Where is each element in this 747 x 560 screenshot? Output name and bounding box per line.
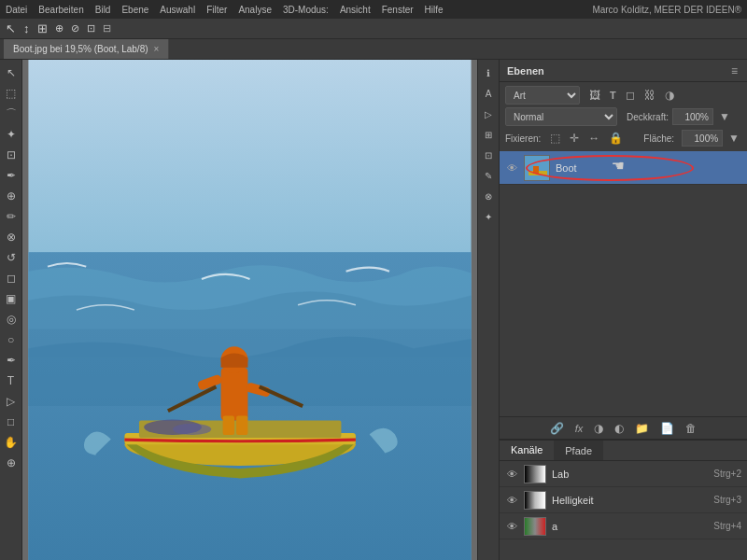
move-tool[interactable]: ↖ xyxy=(2,63,21,82)
channel-name-helligkeit: Helligkeit xyxy=(552,495,708,506)
blend-mode-dropdown[interactable]: Normal xyxy=(505,107,617,126)
layer-item-boot[interactable]: 👁 Boot ☛ xyxy=(500,151,747,185)
svg-point-6 xyxy=(173,424,211,435)
svg-rect-17 xyxy=(533,166,539,174)
channel-vis-helligkeit[interactable]: 👁 xyxy=(505,494,518,507)
tab-bar: Boot.jpg bei 19,5% (Boot, Lab/8) × xyxy=(0,39,747,60)
icon-image[interactable]: 🖼 xyxy=(587,87,602,104)
fix-icon-3[interactable]: ↔ xyxy=(586,130,601,147)
tab-close-button[interactable]: × xyxy=(154,44,160,54)
layer-list: 👁 Boot ☛ xyxy=(500,151,747,416)
toolbar-icon-4: ⊕ xyxy=(55,22,63,35)
layers-panel-title: Ebenen xyxy=(507,65,544,77)
left-toolbar: ↖ ⬚ ⌒ ✦ ⊡ ✒ ⊕ ✏ ⊗ ↺ ◻ ▣ ◎ ○ ✒ T ▷ □ ✋ ⊕ xyxy=(0,60,22,560)
text-tool[interactable]: T xyxy=(2,371,21,390)
footer-newlayer-icon[interactable]: 📄 xyxy=(660,422,674,435)
gradient-tool[interactable]: ▣ xyxy=(2,289,21,308)
art-dropdown[interactable]: Art xyxy=(505,86,580,105)
brush-tool[interactable]: ✏ xyxy=(2,207,21,226)
tab-pfade[interactable]: Pfade xyxy=(554,441,603,460)
toolbar-icon-1: ↖ xyxy=(6,21,16,35)
channel-item-helligkeit[interactable]: 👁 Helligkeit Strg+3 xyxy=(500,487,747,513)
menu-auswahl[interactable]: Auswahl xyxy=(160,5,195,15)
channel-item-a[interactable]: 👁 a Strg+4 xyxy=(500,513,747,539)
hand-tool[interactable]: ✋ xyxy=(2,433,21,452)
toolbar-icon-5: ⊘ xyxy=(71,22,79,35)
channel-vis-a[interactable]: 👁 xyxy=(505,520,518,533)
menu-analyse[interactable]: Analyse xyxy=(238,5,272,15)
menu-bearbeiten[interactable]: Bearbeiten xyxy=(38,5,83,15)
menu-3d[interactable]: 3D-Modus: xyxy=(283,5,329,15)
marquee-tool[interactable]: ⬚ xyxy=(2,84,21,103)
fix-icon-lock[interactable]: 🔒 xyxy=(607,130,625,147)
healing-tool[interactable]: ⊕ xyxy=(2,187,21,205)
lasso-tool[interactable]: ⌒ xyxy=(2,105,21,123)
mid-icon-7[interactable]: ⊗ xyxy=(479,187,498,205)
channel-thumb-a xyxy=(524,517,546,536)
menu-datei[interactable]: Datei xyxy=(6,5,27,15)
blur-tool[interactable]: ◎ xyxy=(2,310,21,329)
pen-tool[interactable]: ✒ xyxy=(2,351,21,370)
deckkraft-input[interactable] xyxy=(672,108,713,125)
channel-item-lab[interactable]: 👁 Lab Strg+2 xyxy=(500,461,747,487)
menu-ebene[interactable]: Ebene xyxy=(121,5,148,15)
channels-tabs: Kanäle Pfade xyxy=(500,441,747,461)
dodge-tool[interactable]: ○ xyxy=(2,330,21,349)
toolbar-icon-2: ↕ xyxy=(23,21,30,35)
art-dropdown-row: Art 🖼 T ◻ ⛓ ◑ xyxy=(505,86,741,105)
channel-vis-lab[interactable]: 👁 xyxy=(505,468,518,481)
history-tool[interactable]: ↺ xyxy=(2,248,21,267)
flaeche-input[interactable] xyxy=(682,130,723,147)
channel-list: 👁 Lab Strg+2 👁 Helligkeit Strg+3 👁 a Str… xyxy=(500,461,747,539)
magic-wand-tool[interactable]: ✦ xyxy=(2,125,21,144)
footer-mask-icon[interactable]: ◑ xyxy=(594,422,603,435)
icon-link[interactable]: ⛓ xyxy=(642,87,657,104)
layer-thumbnail-boot xyxy=(524,155,550,181)
channel-name-lab: Lab xyxy=(552,469,708,480)
svg-rect-7 xyxy=(221,368,248,421)
zoom-tool[interactable]: ⊕ xyxy=(2,454,21,472)
footer-folder-icon[interactable]: 📁 xyxy=(635,422,649,435)
mid-icon-2[interactable]: A xyxy=(479,84,498,103)
blend-mode-row: Normal Deckkraft: ▼ xyxy=(505,107,741,126)
panel-icon-1[interactable]: ≡ xyxy=(729,63,740,79)
path-select-tool[interactable]: ▷ xyxy=(2,392,21,411)
top-menu-bar: Datei Bearbeiten Bild Ebene Auswahl Filt… xyxy=(0,0,747,19)
fix-icon-2[interactable]: ✛ xyxy=(568,130,581,147)
menu-bild[interactable]: Bild xyxy=(95,5,111,15)
eraser-tool[interactable]: ◻ xyxy=(2,269,21,287)
mid-icon-1[interactable]: ℹ xyxy=(479,63,498,82)
icon-shape[interactable]: ◻ xyxy=(624,87,637,104)
mid-icon-5[interactable]: ⊡ xyxy=(479,146,498,164)
menu-hilfe[interactable]: Hilfe xyxy=(425,5,444,15)
mid-icon-6[interactable]: ✎ xyxy=(479,166,498,185)
tab-kanaele[interactable]: Kanäle xyxy=(500,441,554,460)
menu-ansicht[interactable]: Ansicht xyxy=(340,5,371,15)
mid-icon-4[interactable]: ⊞ xyxy=(479,125,498,144)
menu-fenster[interactable]: Fenster xyxy=(382,5,414,15)
fixieren-label: Fixieren: xyxy=(505,133,541,144)
eyedropper-tool[interactable]: ✒ xyxy=(2,166,21,185)
mid-icon-8[interactable]: ✦ xyxy=(479,207,498,226)
footer-link-icon[interactable]: 🔗 xyxy=(550,422,564,435)
footer-delete-icon[interactable]: 🗑 xyxy=(685,422,697,435)
footer-fx-icon[interactable]: fx xyxy=(575,423,584,434)
shape-tool[interactable]: □ xyxy=(2,413,21,431)
icon-mask[interactable]: ◑ xyxy=(663,87,676,104)
clone-tool[interactable]: ⊗ xyxy=(2,228,21,246)
crop-tool[interactable]: ⊡ xyxy=(2,146,21,164)
layer-visibility-boot[interactable]: 👁 xyxy=(505,161,518,175)
svg-rect-13 xyxy=(223,415,234,435)
footer-adjustment-icon[interactable]: ◐ xyxy=(614,422,624,435)
app-title: Marco Kolditz, MEER DER IDEEN® xyxy=(592,5,741,15)
flaeche-arrow[interactable]: ▼ xyxy=(726,130,741,147)
channel-thumb-lab xyxy=(524,465,546,483)
right-panel: Ebenen ≡ Art 🖼 T ◻ ⛓ ◑ xyxy=(500,60,747,560)
channel-shortcut-helligkeit: Strg+3 xyxy=(713,495,741,505)
fix-icon-1[interactable]: ⬚ xyxy=(548,130,562,147)
menu-filter[interactable]: Filter xyxy=(206,5,227,15)
svg-rect-14 xyxy=(236,415,247,435)
document-tab[interactable]: Boot.jpg bei 19,5% (Boot, Lab/8) × xyxy=(4,39,169,59)
mid-icon-3[interactable]: ▷ xyxy=(479,105,498,123)
deckkraft-arrow[interactable]: ▼ xyxy=(717,108,732,125)
